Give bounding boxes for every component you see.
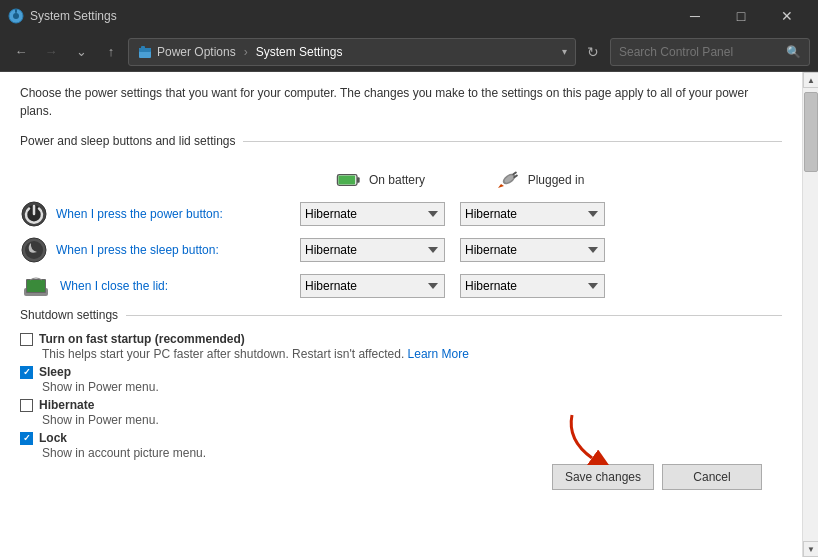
titlebar-icon xyxy=(8,8,24,24)
sleep-plugged-dropdown-wrapper: Hibernate Do nothing Sleep Shut down xyxy=(460,238,620,262)
lid-close-row: When I close the lid: Hibernate Do nothi… xyxy=(20,272,782,300)
svg-marker-11 xyxy=(498,184,504,188)
sleep-button-row: When I press the sleep button: Hibernate… xyxy=(20,236,782,264)
svg-rect-5 xyxy=(141,46,145,49)
svg-rect-2 xyxy=(15,9,17,13)
scrollbar-down-button[interactable]: ▼ xyxy=(803,541,818,557)
scrollbar-thumb[interactable] xyxy=(804,92,818,172)
titlebar-controls: ─ □ ✕ xyxy=(672,0,810,32)
intro-text: Choose the power settings that you want … xyxy=(20,84,782,120)
minimize-button[interactable]: ─ xyxy=(672,0,718,32)
fast-startup-label[interactable]: Turn on fast startup (recommended) xyxy=(20,332,782,346)
lock-sublabel: Show in account picture menu. xyxy=(42,446,782,460)
address-icon xyxy=(137,44,153,60)
breadcrumb-current: System Settings xyxy=(256,45,343,59)
breadcrumb-root: Power Options xyxy=(157,45,236,59)
cancel-button[interactable]: Cancel xyxy=(662,464,762,490)
power-plugged-dropdown[interactable]: Hibernate Do nothing Sleep Shut down xyxy=(460,202,605,226)
column-headers: On battery Plugged in xyxy=(20,164,782,196)
lid-plugged-dropdown-wrapper: Hibernate Do nothing Sleep Shut down xyxy=(460,274,620,298)
battery-column-header: On battery xyxy=(300,166,460,194)
sleep-battery-dropdown[interactable]: Hibernate Do nothing Sleep Shut down xyxy=(300,238,445,262)
lock-checkbox[interactable] xyxy=(20,432,33,445)
section2-header: Shutdown settings xyxy=(20,308,782,322)
search-icon: 🔍 xyxy=(786,45,801,59)
address-box[interactable]: Power Options › System Settings ▾ xyxy=(128,38,576,66)
hibernate-sublabel: Show in Power menu. xyxy=(42,413,782,427)
lid-plugged-dropdown[interactable]: Hibernate Do nothing Sleep Shut down xyxy=(460,274,605,298)
lock-label[interactable]: Lock xyxy=(20,431,782,445)
lid-battery-dropdown[interactable]: Hibernate Do nothing Sleep Shut down xyxy=(300,274,445,298)
fast-startup-sublabel: This helps start your PC faster after sh… xyxy=(42,347,782,361)
maximize-button[interactable]: □ xyxy=(718,0,764,32)
addressbar: ← → ⌄ ↑ Power Options › System Settings … xyxy=(0,32,818,72)
titlebar: System Settings ─ □ ✕ xyxy=(0,0,818,32)
power-button-icon xyxy=(20,200,48,228)
hibernate-label[interactable]: Hibernate xyxy=(20,398,782,412)
svg-rect-20 xyxy=(27,280,45,292)
up-button[interactable]: ↑ xyxy=(98,39,124,65)
svg-rect-8 xyxy=(338,176,355,185)
scrollbar[interactable]: ▲ ▼ xyxy=(802,72,818,557)
plugged-icon xyxy=(496,170,522,190)
lid-battery-dropdown-wrapper: Hibernate Do nothing Sleep Shut down xyxy=(300,274,460,298)
fast-startup-row: Turn on fast startup (recommended) This … xyxy=(20,332,782,361)
arrow-indicator xyxy=(562,410,612,468)
main-area: Choose the power settings that you want … xyxy=(0,72,818,557)
sleep-battery-dropdown-wrapper: Hibernate Do nothing Sleep Shut down xyxy=(300,238,460,262)
lid-close-label: When I close the lid: xyxy=(20,272,300,300)
search-box[interactable]: 🔍 xyxy=(610,38,810,66)
learn-more-link[interactable]: Learn More xyxy=(408,347,469,361)
power-button-row: When I press the power button: Hibernate… xyxy=(20,200,782,228)
sleep-checkbox[interactable] xyxy=(20,366,33,379)
address-dropdown-icon[interactable]: ▾ xyxy=(562,46,567,57)
back-button[interactable]: ← xyxy=(8,39,34,65)
lid-icon xyxy=(20,272,52,300)
sleep-button-label: When I press the sleep button: xyxy=(20,236,300,264)
fast-startup-checkbox[interactable] xyxy=(20,333,33,346)
section1-header: Power and sleep buttons and lid settings xyxy=(20,134,782,152)
svg-point-1 xyxy=(13,13,19,19)
recent-button[interactable]: ⌄ xyxy=(68,39,94,65)
power-battery-dropdown-wrapper: Hibernate Do nothing Sleep Shut down xyxy=(300,202,460,226)
content-area: Choose the power settings that you want … xyxy=(0,72,802,557)
svg-rect-7 xyxy=(357,177,360,182)
svg-rect-4 xyxy=(139,48,151,52)
sleep-label[interactable]: Sleep xyxy=(20,365,782,379)
sleep-sublabel: Show in Power menu. xyxy=(42,380,782,394)
titlebar-title: System Settings xyxy=(30,9,672,23)
hibernate-checkbox[interactable] xyxy=(20,399,33,412)
plugged-column-header: Plugged in xyxy=(460,164,620,196)
power-battery-dropdown[interactable]: Hibernate Do nothing Sleep Shut down xyxy=(300,202,445,226)
sleep-row: Sleep Show in Power menu. xyxy=(20,365,782,394)
battery-icon xyxy=(335,172,363,188)
forward-button[interactable]: → xyxy=(38,39,64,65)
close-button[interactable]: ✕ xyxy=(764,0,810,32)
lock-row: Lock Show in account picture menu. xyxy=(20,431,782,460)
refresh-button[interactable]: ↻ xyxy=(580,38,606,66)
sleep-button-icon xyxy=(20,236,48,264)
power-plugged-dropdown-wrapper: Hibernate Do nothing Sleep Shut down xyxy=(460,202,620,226)
power-button-label: When I press the power button: xyxy=(20,200,300,228)
hibernate-row: Hibernate Show in Power menu. xyxy=(20,398,782,427)
svg-point-17 xyxy=(25,241,43,259)
scrollbar-up-button[interactable]: ▲ xyxy=(803,72,818,88)
bottom-bar: Save changes Cancel xyxy=(20,464,782,500)
search-input[interactable] xyxy=(619,45,782,59)
sleep-plugged-dropdown[interactable]: Hibernate Do nothing Sleep Shut down xyxy=(460,238,605,262)
